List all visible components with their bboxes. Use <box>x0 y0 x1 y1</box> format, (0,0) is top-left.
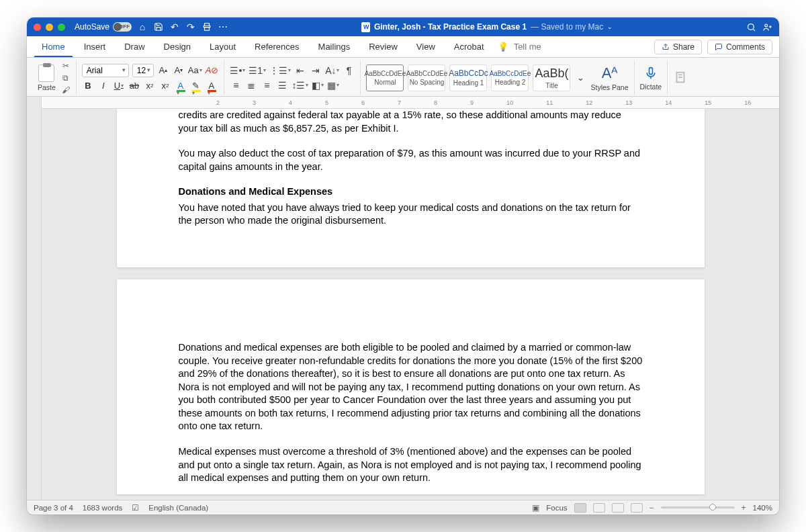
autosave-toggle[interactable]: AutoSave OFF <box>75 22 132 32</box>
word-count[interactable]: 1683 words <box>83 504 122 512</box>
page-indicator[interactable]: Page 3 of 4 <box>34 504 73 512</box>
paste-button[interactable]: Paste <box>38 64 56 91</box>
tab-acrobat[interactable]: Acrobat <box>446 36 492 57</box>
bulleted-list-button[interactable]: ☰• <box>230 64 245 77</box>
tab-review[interactable]: Review <box>361 36 406 57</box>
view-draft[interactable] <box>631 503 643 513</box>
style-normal[interactable]: AaBbCcDdEeNormal <box>366 64 404 91</box>
tab-mailings[interactable]: Mailings <box>310 36 359 57</box>
view-outline[interactable] <box>612 503 624 513</box>
font-color-button[interactable]: A <box>206 80 218 92</box>
cut-icon[interactable]: ✂ <box>61 61 71 71</box>
tab-references[interactable]: References <box>247 36 307 57</box>
app-window: AutoSave OFF ⌂ ↶ ↷ ⋯ Ginter, Josh - Tax … <box>27 17 779 515</box>
increase-font-icon[interactable]: A▴ <box>157 64 169 77</box>
tab-view[interactable]: View <box>408 36 443 57</box>
dictate-button[interactable]: Dictate <box>640 65 662 91</box>
comments-button[interactable]: Comments <box>707 40 772 54</box>
align-left-button[interactable]: ≡ <box>230 79 242 91</box>
multilevel-list-button[interactable]: ⋮☰ <box>269 64 291 77</box>
print-icon[interactable] <box>202 21 212 32</box>
home-icon[interactable]: ⌂ <box>137 21 148 32</box>
sensitivity-button[interactable] <box>673 70 688 86</box>
decrease-indent-button[interactable]: ⇤ <box>294 64 306 77</box>
align-right-button[interactable]: ≡ <box>261 79 273 91</box>
bold-button[interactable]: B <box>82 80 94 92</box>
underline-button[interactable]: U <box>113 80 125 92</box>
page-upper[interactable]: credits are credited against federal tax… <box>117 109 705 267</box>
menubar-right: Share Comments <box>654 40 772 54</box>
comment-icon <box>715 43 723 51</box>
zoom-level[interactable]: 140% <box>753 504 772 512</box>
scroll-area[interactable]: 2345678910111213141516171819 credits are… <box>42 97 779 500</box>
search-icon[interactable] <box>746 21 756 32</box>
zoom-out-button[interactable]: − <box>650 503 654 513</box>
share-titlebar-icon[interactable] <box>762 21 772 32</box>
line-spacing-button[interactable]: ↕☰ <box>292 79 308 91</box>
decrease-font-icon[interactable]: A▾ <box>173 64 185 77</box>
borders-button[interactable]: ▦ <box>327 79 339 91</box>
clear-formatting-icon[interactable]: A⊘ <box>206 64 219 77</box>
font-size-select[interactable]: 12 <box>132 64 154 77</box>
sort-button[interactable]: A↓ <box>325 64 339 77</box>
show-marks-button[interactable]: ¶ <box>343 64 355 77</box>
titlebar: AutoSave OFF ⌂ ↶ ↷ ⋯ Ginter, Josh - Tax … <box>27 17 779 36</box>
italic-button[interactable]: I <box>97 80 109 92</box>
strikethrough-button[interactable]: ab <box>128 80 140 92</box>
save-icon[interactable] <box>153 21 164 32</box>
subscript-button[interactable]: x2 <box>144 80 156 92</box>
justify-button[interactable]: ☰ <box>276 79 288 91</box>
view-print-layout[interactable] <box>574 503 586 513</box>
tab-design[interactable]: Design <box>156 36 199 57</box>
increase-indent-button[interactable]: ⇥ <box>310 64 322 77</box>
font-name-select[interactable]: Arial <box>82 64 129 77</box>
lightbulb-icon[interactable]: 💡 <box>498 42 508 52</box>
tab-insert[interactable]: Insert <box>76 36 114 57</box>
clipboard-side: ✂ ⧉ 🖌 <box>61 61 71 95</box>
maximize-icon[interactable] <box>58 24 65 31</box>
language-indicator[interactable]: English (Canada) <box>148 504 208 512</box>
undo-icon[interactable]: ↶ <box>169 21 180 32</box>
ribbon: Paste ✂ ⧉ 🖌 Arial 12 A▴ A▾ Aa A⊘ B <box>27 58 779 97</box>
chevron-down-icon[interactable]: ⌄ <box>607 24 613 30</box>
microphone-icon <box>644 65 658 81</box>
highlight-button[interactable]: ✎ <box>190 80 202 92</box>
text-effects-button[interactable]: A <box>175 80 187 92</box>
tab-layout[interactable]: Layout <box>202 36 244 57</box>
style-heading-1[interactable]: AaBbCcDcHeading 1 <box>449 64 487 91</box>
focus-label[interactable]: Focus <box>546 504 567 512</box>
focus-icon[interactable]: ▣ <box>532 503 539 513</box>
styles-more-icon[interactable]: ⌄ <box>574 72 586 84</box>
zoom-in-button[interactable]: + <box>742 503 746 513</box>
copy-icon[interactable]: ⧉ <box>61 73 71 83</box>
style-title[interactable]: AaBb(Title <box>533 64 570 91</box>
style-no-spacing[interactable]: AaBbCcDdEeNo Spacing <box>408 64 445 91</box>
shading-button[interactable]: ◧ <box>312 79 324 91</box>
group-voice: Dictate <box>635 60 668 95</box>
styles-pane-button[interactable]: Aᴬ Styles Pane <box>590 64 628 91</box>
more-icon[interactable]: ⋯ <box>218 21 228 32</box>
comments-label: Comments <box>726 42 765 52</box>
zoom-slider[interactable] <box>661 506 735 508</box>
zoom-thumb[interactable] <box>709 504 716 511</box>
body-paragraph: Medical expenses must overcome a thresho… <box>179 445 643 485</box>
group-styles: AaBbCcDdEeNormal AaBbCcDdEeNo Spacing Aa… <box>361 60 634 95</box>
switch-icon[interactable]: OFF <box>113 22 132 32</box>
tell-me-search[interactable]: Tell me <box>511 36 549 57</box>
superscript-button[interactable]: x2 <box>159 80 171 92</box>
format-painter-icon[interactable]: 🖌 <box>61 85 71 95</box>
tab-home[interactable]: Home <box>34 36 73 57</box>
spellcheck-icon[interactable]: ☑ <box>132 503 139 513</box>
numbered-list-button[interactable]: ☰1 <box>249 64 266 77</box>
close-icon[interactable] <box>34 24 41 31</box>
minimize-icon[interactable] <box>46 24 53 31</box>
align-center-button[interactable]: ≣ <box>245 79 257 91</box>
pages-container: credits are credited against federal tax… <box>42 109 779 500</box>
page-lower[interactable]: Donations and medical expenses are both … <box>117 279 705 494</box>
tab-draw[interactable]: Draw <box>116 36 152 57</box>
redo-icon[interactable]: ↷ <box>185 21 196 32</box>
change-case-button[interactable]: Aa <box>188 64 202 77</box>
share-button[interactable]: Share <box>654 40 702 54</box>
style-heading-2[interactable]: AaBbCcDdEeHeading 2 <box>491 64 529 91</box>
view-web-layout[interactable] <box>593 503 605 513</box>
